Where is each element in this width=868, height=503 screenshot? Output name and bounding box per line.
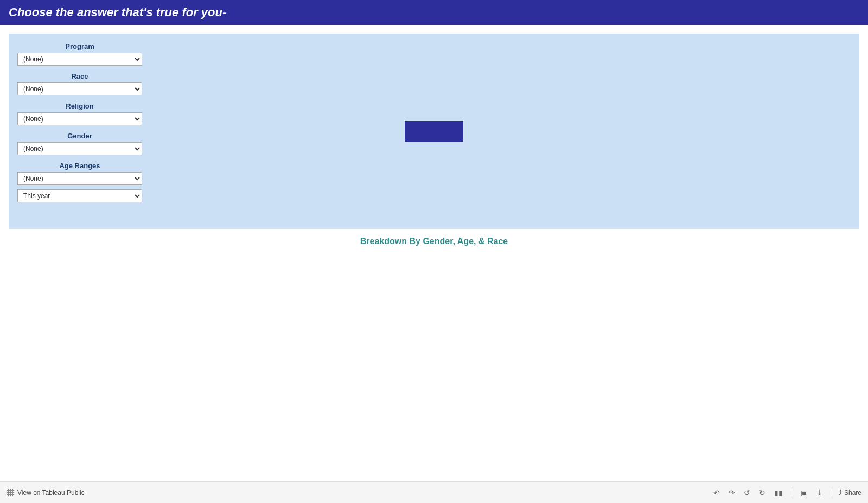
download-button[interactable]: ⤓ bbox=[814, 487, 825, 498]
program-select[interactable]: (None) bbox=[17, 53, 142, 66]
view-on-tableau-label[interactable]: View on Tableau Public bbox=[17, 489, 85, 496]
age-ranges-select[interactable]: (None) bbox=[17, 172, 142, 185]
year-select[interactable]: This year bbox=[17, 189, 142, 202]
toolbar-divider bbox=[792, 487, 792, 498]
bottom-toolbar: View on Tableau Public ↶ ↷ ↺ ↻ ▮▮ ▣ ⤓ ⤴ … bbox=[0, 481, 868, 503]
share-icon: ⤴ bbox=[839, 489, 842, 496]
header-bar: Choose the answer that's true for you- bbox=[0, 0, 868, 25]
section-title: Breakdown By Gender, Age, & Race bbox=[9, 237, 859, 246]
toolbar-divider-2 bbox=[832, 487, 832, 498]
pause-button[interactable]: ▮▮ bbox=[772, 487, 785, 498]
toolbar-left: View on Tableau Public bbox=[7, 489, 85, 496]
page-title: Choose the answer that's true for you- bbox=[9, 5, 226, 20]
revert-button[interactable]: ↺ bbox=[742, 487, 752, 498]
filter-panel: Program (None) Race (None) Religion (Non… bbox=[9, 34, 859, 229]
main-content: Program (None) Race (None) Religion (Non… bbox=[0, 25, 868, 253]
gender-select[interactable]: (None) bbox=[17, 142, 142, 155]
refresh-button[interactable]: ↻ bbox=[757, 487, 768, 498]
view-mode-button[interactable]: ▣ bbox=[799, 487, 810, 498]
religion-label: Religion bbox=[17, 102, 142, 110]
redo-button[interactable]: ↷ bbox=[726, 487, 737, 498]
filter-section: Program (None) Race (None) Religion (Non… bbox=[17, 42, 142, 202]
tableau-grid-icon bbox=[7, 489, 14, 496]
share-label: Share bbox=[844, 489, 861, 496]
gender-label: Gender bbox=[17, 132, 142, 140]
undo-button[interactable]: ↶ bbox=[711, 487, 722, 498]
race-select[interactable]: (None) bbox=[17, 82, 142, 95]
program-label: Program bbox=[17, 42, 142, 50]
toolbar-right: ↶ ↷ ↺ ↻ ▮▮ ▣ ⤓ ⤴ Share bbox=[711, 487, 861, 498]
age-ranges-label: Age Ranges bbox=[17, 162, 142, 170]
share-button[interactable]: ⤴ Share bbox=[839, 489, 861, 496]
center-action-button[interactable] bbox=[405, 121, 463, 142]
race-label: Race bbox=[17, 72, 142, 80]
religion-select[interactable]: (None) bbox=[17, 112, 142, 125]
